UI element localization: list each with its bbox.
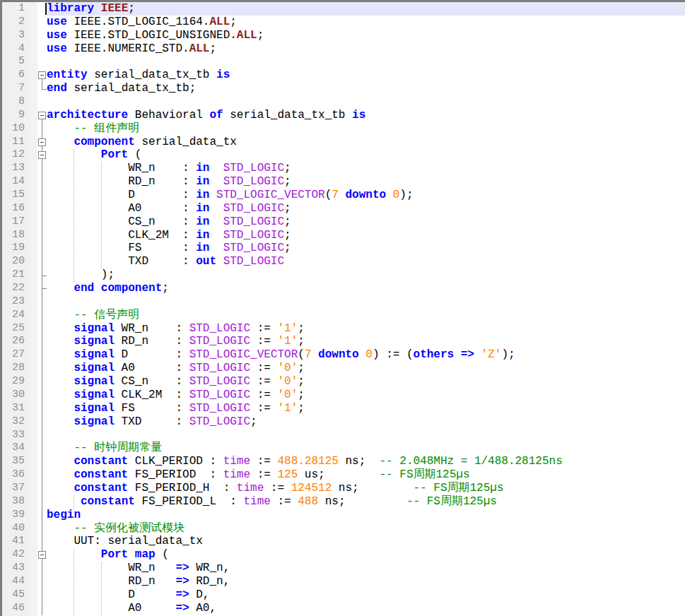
fold-margin-cell[interactable] bbox=[37, 588, 47, 602]
fold-margin-cell[interactable] bbox=[37, 362, 47, 375]
line-number[interactable]: 15 bbox=[0, 189, 30, 202]
line-number[interactable]: 41 bbox=[0, 535, 30, 548]
bookmark-margin-cell[interactable] bbox=[30, 322, 37, 336]
bookmark-margin-cell[interactable] bbox=[30, 442, 37, 455]
line-number[interactable]: 2 bbox=[0, 16, 30, 29]
code-line[interactable]: 2use IEEE.STD_LOGIC_1164.ALL; bbox=[0, 16, 685, 29]
fold-margin-cell[interactable] bbox=[37, 295, 47, 309]
code-line[interactable]: 17 CS_n : in STD_LOGIC; bbox=[0, 215, 685, 229]
fold-margin-cell[interactable] bbox=[37, 109, 47, 122]
line-number[interactable]: 12 bbox=[0, 148, 30, 162]
code-line[interactable]: 5 bbox=[0, 55, 685, 69]
code-line[interactable]: 44 RD_n => RD_n, bbox=[0, 575, 685, 588]
fold-margin-cell[interactable] bbox=[37, 309, 47, 322]
line-number[interactable]: 11 bbox=[0, 136, 30, 149]
bookmark-margin-cell[interactable] bbox=[30, 215, 37, 229]
fold-collapse-icon[interactable] bbox=[38, 71, 46, 79]
bookmark-margin-cell[interactable] bbox=[30, 29, 37, 42]
fold-margin-cell[interactable] bbox=[37, 148, 47, 162]
bookmark-margin-cell[interactable] bbox=[30, 602, 37, 615]
line-number[interactable]: 22 bbox=[0, 282, 30, 295]
code-line[interactable]: 1library IEEE; bbox=[0, 2, 685, 16]
line-number[interactable]: 33 bbox=[0, 429, 30, 442]
code-editor[interactable]: 1library IEEE;2use IEEE.STD_LOGIC_1164.A… bbox=[0, 0, 685, 616]
line-number[interactable]: 46 bbox=[0, 602, 30, 615]
fold-margin-cell[interactable] bbox=[37, 95, 47, 109]
code-line[interactable]: 11 component serial_data_tx bbox=[0, 136, 685, 149]
code-line[interactable]: 4use IEEE.NUMERIC_STD.ALL; bbox=[0, 42, 685, 56]
bookmark-margin-cell[interactable] bbox=[30, 16, 37, 29]
bookmark-margin-cell[interactable] bbox=[30, 482, 37, 495]
line-number[interactable]: 17 bbox=[0, 215, 30, 229]
bookmark-margin-cell[interactable] bbox=[30, 402, 37, 415]
bookmark-margin-cell[interactable] bbox=[30, 495, 37, 509]
bookmark-margin-cell[interactable] bbox=[30, 535, 37, 548]
fold-margin-cell[interactable] bbox=[37, 202, 47, 215]
fold-margin-cell[interactable] bbox=[37, 69, 47, 82]
code-line[interactable]: 24 -- 信号声明 bbox=[0, 309, 685, 322]
code-line[interactable]: 27 signal D : STD_LOGIC_VECTOR(7 downto … bbox=[0, 348, 685, 362]
line-number[interactable]: 29 bbox=[0, 375, 30, 389]
line-number[interactable]: 44 bbox=[0, 575, 30, 588]
fold-margin-cell[interactable] bbox=[37, 42, 47, 56]
code-line[interactable]: 40 -- 实例化被测试模块 bbox=[0, 522, 685, 535]
line-number[interactable]: 37 bbox=[0, 482, 30, 495]
bookmark-margin-cell[interactable] bbox=[30, 588, 37, 602]
line-number[interactable]: 24 bbox=[0, 309, 30, 322]
line-number[interactable]: 43 bbox=[0, 562, 30, 575]
line-number[interactable]: 18 bbox=[0, 229, 30, 242]
bookmark-margin-cell[interactable] bbox=[30, 562, 37, 575]
bookmark-margin-cell[interactable] bbox=[30, 375, 37, 389]
fold-margin-cell[interactable] bbox=[37, 189, 47, 202]
code-line[interactable]: 15 D : in STD_LOGIC_VECTOR(7 downto 0); bbox=[0, 189, 685, 202]
bookmark-margin-cell[interactable] bbox=[30, 242, 37, 255]
bookmark-margin-cell[interactable] bbox=[30, 348, 37, 362]
line-number[interactable]: 14 bbox=[0, 175, 30, 189]
bookmark-margin-cell[interactable] bbox=[30, 2, 37, 16]
bookmark-margin-cell[interactable] bbox=[30, 268, 37, 282]
bookmark-margin-cell[interactable] bbox=[30, 295, 37, 309]
bookmark-margin-cell[interactable] bbox=[30, 389, 37, 402]
line-number[interactable]: 19 bbox=[0, 242, 30, 255]
bookmark-margin-cell[interactable] bbox=[30, 136, 37, 149]
code-line[interactable]: 46 A0 => A0, bbox=[0, 602, 685, 615]
fold-margin-cell[interactable] bbox=[37, 442, 47, 455]
code-line[interactable]: 37 constant FS_PERIOD_H : time := 124512… bbox=[0, 482, 685, 495]
bookmark-margin-cell[interactable] bbox=[30, 55, 37, 69]
code-line[interactable]: 41 UUT: serial_data_tx bbox=[0, 535, 685, 548]
fold-margin-cell[interactable] bbox=[37, 335, 47, 348]
code-line[interactable]: 45 D => D, bbox=[0, 588, 685, 602]
code-line[interactable]: 32 signal TXD : STD_LOGIC; bbox=[0, 415, 685, 429]
bookmark-margin-cell[interactable] bbox=[30, 109, 37, 122]
fold-margin-cell[interactable] bbox=[37, 402, 47, 415]
code-line[interactable]: 25 signal WR_n : STD_LOGIC := '1'; bbox=[0, 322, 685, 336]
fold-margin-cell[interactable] bbox=[37, 522, 47, 535]
code-line[interactable]: 29 signal CS_n : STD_LOGIC := '0'; bbox=[0, 375, 685, 389]
line-number[interactable]: 28 bbox=[0, 362, 30, 375]
code-line[interactable]: 3use IEEE.STD_LOGIC_UNSIGNED.ALL; bbox=[0, 29, 685, 42]
line-number[interactable]: 21 bbox=[0, 268, 30, 282]
bookmark-margin-cell[interactable] bbox=[30, 455, 37, 468]
bookmark-margin-cell[interactable] bbox=[30, 202, 37, 215]
code-line[interactable]: 7end serial_data_tx_tb; bbox=[0, 82, 685, 95]
fold-margin-cell[interactable] bbox=[37, 29, 47, 42]
bookmark-margin-cell[interactable] bbox=[30, 575, 37, 588]
bookmark-margin-cell[interactable] bbox=[30, 162, 37, 175]
bookmark-margin-cell[interactable] bbox=[30, 468, 37, 482]
fold-margin-cell[interactable] bbox=[37, 495, 47, 509]
fold-margin-cell[interactable] bbox=[37, 602, 47, 615]
code-line[interactable]: 33 bbox=[0, 429, 685, 442]
fold-margin-cell[interactable] bbox=[37, 322, 47, 336]
line-number[interactable]: 20 bbox=[0, 255, 30, 268]
code-line[interactable]: 23 bbox=[0, 295, 685, 309]
line-number[interactable]: 3 bbox=[0, 29, 30, 42]
fold-margin-cell[interactable] bbox=[37, 162, 47, 175]
bookmark-margin-cell[interactable] bbox=[30, 95, 37, 109]
code-line[interactable]: 21 ); bbox=[0, 268, 685, 282]
line-number[interactable]: 4 bbox=[0, 42, 30, 56]
code-line[interactable]: 20 TXD : out STD_LOGIC bbox=[0, 255, 685, 268]
bookmark-margin-cell[interactable] bbox=[30, 69, 37, 82]
fold-margin-cell[interactable] bbox=[37, 389, 47, 402]
fold-margin-cell[interactable] bbox=[37, 268, 47, 282]
fold-margin-cell[interactable] bbox=[37, 429, 47, 442]
